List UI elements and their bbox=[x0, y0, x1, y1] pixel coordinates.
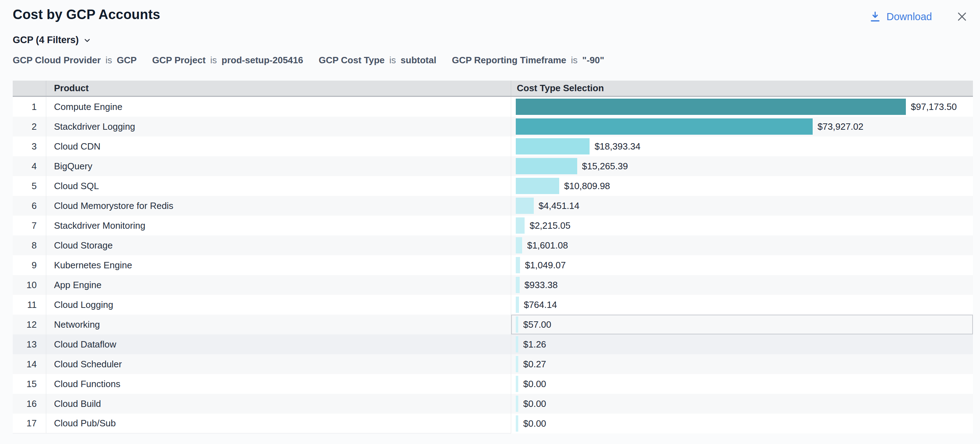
cost-value-label: $0.00 bbox=[523, 418, 546, 429]
table-row[interactable]: 4BigQuery$15,265.39 bbox=[13, 156, 973, 176]
row-rank: 7 bbox=[13, 216, 46, 235]
table-row[interactable]: 12Networking$57.00 bbox=[13, 315, 973, 334]
cost-bar[interactable] bbox=[516, 336, 518, 353]
cost-cell[interactable]: $10,809.98 bbox=[511, 176, 973, 196]
filter-chip[interactable]: GCP Reporting Timeframe is "-90" bbox=[452, 55, 605, 66]
close-icon bbox=[956, 11, 968, 22]
cost-cell[interactable]: $1.26 bbox=[511, 334, 973, 354]
filter-chip[interactable]: GCP Cloud Provider is GCP bbox=[13, 55, 137, 66]
table-row[interactable]: 15Cloud Functions$0.00 bbox=[13, 374, 973, 394]
table-row[interactable]: 6Cloud Memorystore for Redis$4,451.14 bbox=[13, 196, 973, 216]
header-product-column[interactable]: Product bbox=[46, 81, 511, 96]
product-name-cell: Stackdriver Logging bbox=[46, 117, 511, 136]
cost-bar[interactable] bbox=[516, 217, 525, 234]
cost-bar[interactable] bbox=[516, 396, 518, 412]
table-row[interactable]: 16Cloud Build$0.00 bbox=[13, 394, 973, 414]
row-rank: 12 bbox=[13, 315, 46, 334]
row-rank: 14 bbox=[13, 354, 46, 374]
cost-value-label: $97,173.50 bbox=[911, 101, 957, 112]
table-row[interactable]: 14Cloud Scheduler$0.27 bbox=[13, 354, 973, 374]
product-name-cell: Cloud CDN bbox=[46, 136, 511, 156]
cost-cell[interactable]: $97,173.50 bbox=[511, 97, 973, 117]
table-header-row: Product Cost Type Selection bbox=[13, 81, 973, 97]
cost-value-label: $10,809.98 bbox=[564, 180, 610, 192]
cost-cell[interactable]: $764.14 bbox=[511, 295, 973, 315]
table-row[interactable]: 13Cloud Dataflow$1.26 bbox=[13, 334, 973, 354]
cost-value-label: $0.00 bbox=[523, 398, 546, 409]
table-row[interactable]: 5Cloud SQL$10,809.98 bbox=[13, 176, 973, 196]
filter-chip[interactable]: GCP Cost Type is subtotal bbox=[319, 55, 436, 66]
modal-header: Cost by GCP Accounts Download bbox=[0, 0, 980, 24]
cost-cell[interactable]: $933.38 bbox=[511, 275, 973, 295]
chip-value: subtotal bbox=[401, 55, 436, 65]
cost-cell[interactable]: $0.00 bbox=[511, 394, 973, 414]
cost-cell[interactable]: $18,393.34 bbox=[511, 136, 973, 156]
cost-bar[interactable] bbox=[516, 178, 559, 194]
cost-value-label: $73,927.02 bbox=[818, 121, 864, 132]
cost-value-label: $1,601.08 bbox=[527, 240, 568, 251]
close-button[interactable] bbox=[955, 9, 969, 24]
table-row[interactable]: 10App Engine$933.38 bbox=[13, 275, 973, 295]
table-row[interactable]: 9Kubernetes Engine$1,049.07 bbox=[13, 255, 973, 275]
table-row[interactable]: 1Compute Engine$97,173.50 bbox=[13, 97, 973, 117]
chip-field: GCP Project bbox=[152, 55, 205, 65]
filter-chips-row: GCP Cloud Provider is GCP GCP Project is… bbox=[13, 55, 980, 66]
cost-value-label: $0.27 bbox=[523, 359, 546, 370]
table-row[interactable]: 3Cloud CDN$18,393.34 bbox=[13, 136, 973, 156]
chip-op: is bbox=[103, 55, 115, 65]
cost-cell[interactable]: $15,265.39 bbox=[511, 156, 973, 176]
chip-value: "-90" bbox=[582, 55, 604, 65]
cost-cell[interactable]: $2,215.05 bbox=[511, 216, 973, 235]
header-cost-column[interactable]: Cost Type Selection bbox=[511, 81, 973, 96]
download-button[interactable]: Download bbox=[870, 11, 932, 22]
chip-field: GCP Reporting Timeframe bbox=[452, 55, 566, 65]
cost-bar[interactable] bbox=[516, 158, 577, 174]
cost-bar[interactable] bbox=[516, 138, 590, 155]
row-rank: 10 bbox=[13, 275, 46, 295]
row-rank: 6 bbox=[13, 196, 46, 216]
cost-bar[interactable] bbox=[516, 237, 522, 254]
table-row[interactable]: 17Cloud Pub/Sub$0.00 bbox=[13, 414, 973, 433]
cost-bar[interactable] bbox=[516, 415, 518, 432]
filter-chip[interactable]: GCP Project is prod-setup-205416 bbox=[152, 55, 303, 66]
product-name-cell: BigQuery bbox=[46, 156, 511, 176]
cost-bar[interactable] bbox=[516, 356, 518, 372]
table-row[interactable]: 11Cloud Logging$764.14 bbox=[13, 295, 973, 315]
cost-bar[interactable] bbox=[516, 198, 534, 214]
product-name-cell: App Engine bbox=[46, 275, 511, 295]
table-row[interactable]: 7Stackdriver Monitoring$2,215.05 bbox=[13, 216, 973, 235]
table-body: 1Compute Engine$97,173.502Stackdriver Lo… bbox=[13, 97, 973, 433]
table-row[interactable]: 2Stackdriver Logging$73,927.02 bbox=[13, 117, 973, 136]
cost-cell[interactable]: $0.00 bbox=[511, 414, 973, 433]
page-title: Cost by GCP Accounts bbox=[13, 7, 160, 22]
table-row[interactable]: 8Cloud Storage$1,601.08 bbox=[13, 235, 973, 255]
cost-cell[interactable]: $0.27 bbox=[511, 354, 973, 374]
header-rank-column bbox=[13, 81, 46, 96]
product-name-cell: Kubernetes Engine bbox=[46, 255, 511, 275]
cost-bar[interactable] bbox=[516, 118, 813, 135]
product-name-cell: Networking bbox=[46, 315, 511, 334]
cost-bar[interactable] bbox=[516, 99, 906, 115]
cost-cell[interactable]: $57.00 bbox=[511, 315, 973, 334]
row-rank: 9 bbox=[13, 255, 46, 275]
cost-cell[interactable]: $73,927.02 bbox=[511, 117, 973, 136]
chip-op: is bbox=[569, 55, 580, 65]
cost-bar[interactable] bbox=[516, 277, 520, 293]
cost-bar[interactable] bbox=[516, 257, 520, 273]
filters-summary-toggle[interactable]: GCP (4 Filters) bbox=[13, 35, 980, 46]
product-name-cell: Cloud Memorystore for Redis bbox=[46, 196, 511, 216]
cost-bar[interactable] bbox=[516, 376, 518, 392]
cost-cell[interactable]: $0.00 bbox=[511, 374, 973, 394]
chip-op: is bbox=[208, 55, 219, 65]
row-rank: 13 bbox=[13, 334, 46, 354]
product-name-cell: Cloud Functions bbox=[46, 374, 511, 394]
cost-cell[interactable]: $1,601.08 bbox=[511, 235, 973, 255]
chip-value: GCP bbox=[117, 55, 137, 65]
cost-cell[interactable]: $1,049.07 bbox=[511, 255, 973, 275]
cost-cell[interactable]: $4,451.14 bbox=[511, 196, 973, 216]
cost-bar[interactable] bbox=[516, 297, 519, 313]
cost-bar[interactable] bbox=[516, 316, 518, 333]
product-name-cell: Cloud Logging bbox=[46, 295, 511, 315]
product-name-cell: Cloud Build bbox=[46, 394, 511, 414]
row-rank: 3 bbox=[13, 136, 46, 156]
